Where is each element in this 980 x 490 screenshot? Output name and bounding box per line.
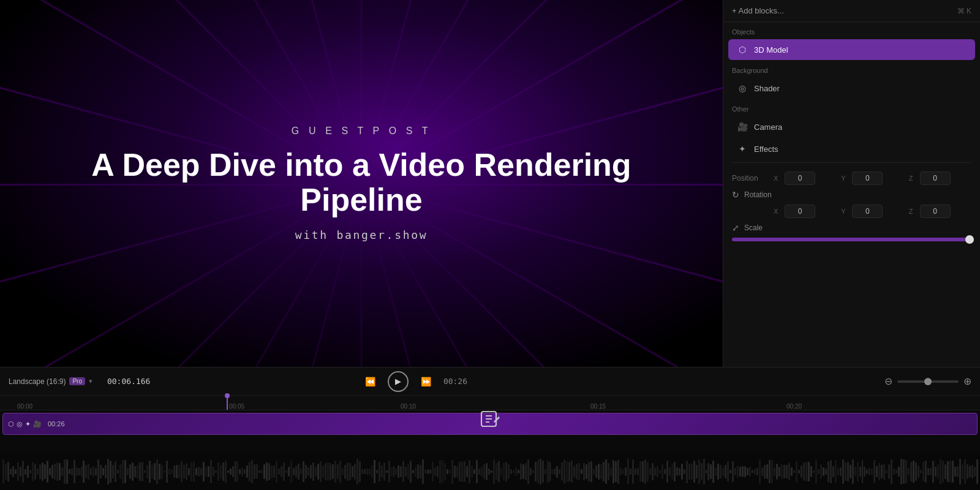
waveform-bar [88,464,89,480]
waveform-bar [937,464,939,480]
waveform-bar [310,465,312,478]
rewind-button[interactable]: ⏪ [363,374,378,389]
waveform-bar [617,460,619,484]
transport-controls: ⏪ ▶ ⏩ 00:26 [363,371,467,392]
waveform-bar [237,462,239,481]
panel-item-camera[interactable]: 🎥 Camera [728,116,975,137]
waveform-bar [454,466,456,478]
panel-item-shader[interactable]: ◎ Shader [728,78,975,99]
waveform-bar [241,467,243,477]
panel-item-effects[interactable]: ✦ Effects [728,138,975,159]
waveform-bar [798,470,800,474]
waveform-bar [842,459,844,484]
waveform-bar [717,464,719,480]
waveform-bar [635,469,636,475]
waveform-bar [944,464,946,479]
format-chevron-icon[interactable]: ▾ [89,377,92,385]
waveform-bar [827,461,829,482]
waveform-bar [278,469,280,475]
waveform-bar [273,466,275,477]
waveform-bar [34,464,36,480]
waveform-bar [258,470,260,473]
waveform-bar [691,464,693,480]
waveform-bar [649,468,651,475]
waveform-bar [540,459,541,484]
rotation-z-input[interactable] [920,205,951,218]
panel-item-3d-model[interactable]: ⬡ 3D Model › [728,39,975,60]
waveform-bar [930,468,932,476]
waveform-bar [957,466,959,477]
waveform-bar [432,462,434,482]
waveform-bar [330,463,331,481]
zoom-out-button[interactable]: ⊖ [884,375,892,387]
zoom-slider[interactable] [897,380,959,383]
waveform-bar [940,459,941,484]
track-time-label: 00:26 [48,420,65,428]
waveform-bar [788,463,790,480]
forward-button[interactable]: ⏩ [418,374,434,389]
waveform-bar [503,463,505,481]
waveform-bar [364,469,366,474]
waveform-bar [437,466,439,478]
waveform-bar [456,466,458,477]
waveform-bar [551,469,553,474]
waveform-bar [298,464,300,480]
waveform-bar [300,469,302,475]
waveform-bar [908,468,910,475]
position-row: Position X Y Z [732,172,971,185]
waveform-bar [337,464,339,478]
play-button[interactable]: ▶ [388,371,409,392]
position-y-input[interactable] [852,172,883,185]
waveform-bar [295,466,297,477]
waveform-bar [342,468,344,475]
rotation-x-input[interactable] [785,205,815,218]
waveform-bar [564,459,565,484]
waveform-bar [888,464,890,478]
camera-label: Camera [754,123,782,132]
waveform-bar [317,464,319,480]
waveform-bar [686,461,688,483]
waveform-bar [90,468,92,475]
waveform-bar [725,465,726,478]
ruler-mark-0: 00:00 [17,403,32,410]
waveform-bar [508,464,510,480]
waveform-bar [213,467,214,477]
position-z-input[interactable] [920,172,951,185]
waveform-bar [664,469,666,474]
edit-icon-float[interactable] [478,410,502,435]
waveform-bar [217,462,219,481]
waveform-bar [327,462,329,481]
waveform-bar [49,468,51,475]
waveform-bar [893,469,895,475]
waveform-bar [918,466,919,477]
waveform-bar [547,461,549,483]
waveform-bar [954,467,956,477]
waveform-bar [122,459,124,484]
waveform-bar [7,462,9,481]
add-blocks-button[interactable]: + Add blocks... [732,6,784,15]
rotation-y-input[interactable] [852,205,883,218]
panel-divider [732,162,971,163]
waveform-bar [910,462,912,481]
waveform-bar [818,469,820,474]
scale-slider[interactable] [732,238,971,241]
position-x-input[interactable] [785,172,815,185]
waveform-bar [61,467,63,476]
waveform-bar [913,461,914,483]
waveform-bar [369,469,371,474]
waveform-bar [405,467,407,477]
waveform-bar [159,464,160,480]
waveform-bar [261,469,263,475]
waveform-bar [625,467,627,476]
playhead[interactable] [227,396,228,410]
waveform-bar [439,460,441,483]
waveform-bar [334,461,336,483]
waveform-bar [920,470,922,473]
3d-model-arrow: › [964,45,967,54]
waveform-bar [847,462,849,482]
waveform-bar [556,466,558,478]
zoom-in-button[interactable]: ⊕ [963,375,971,387]
waveform-bar [915,462,917,481]
waveform-bar [903,459,905,484]
waveform-bar [44,464,46,479]
